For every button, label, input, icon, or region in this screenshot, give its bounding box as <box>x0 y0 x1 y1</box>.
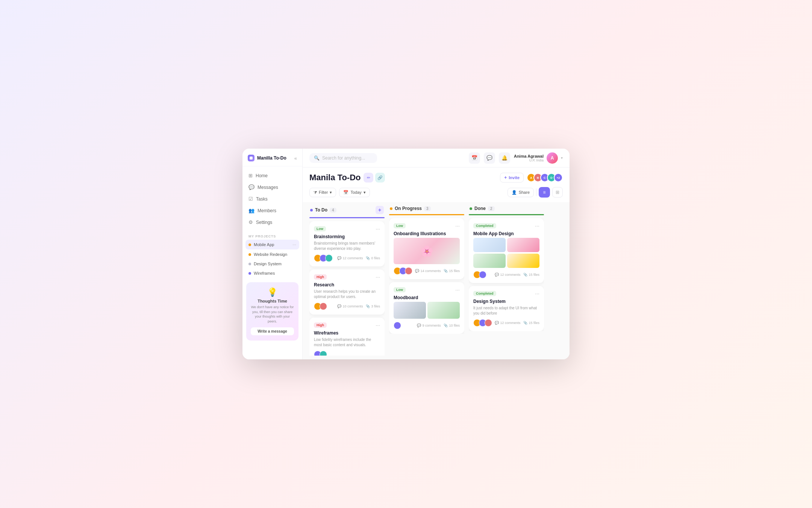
card-title: Design System <box>473 299 539 304</box>
project-item-mobile-app[interactable]: Mobile App ··· <box>245 240 299 249</box>
board-area: Manila To-Do ✏ 🔗 + Invite A <box>303 167 570 359</box>
sidebar-collapse-btn[interactable]: « <box>294 155 297 161</box>
sidebar-item-home[interactable]: ⊞ Home <box>245 170 299 181</box>
sidebar-logo: Manilla To-Do <box>248 155 286 161</box>
col-progress-todo <box>309 217 385 218</box>
card-desc: Brainstorming brings team members' diver… <box>314 241 380 251</box>
project-item-website[interactable]: Website Redesign <box>245 250 299 259</box>
mood-image-2 <box>427 302 460 319</box>
chat-icon-btn[interactable]: 💬 <box>484 152 495 164</box>
user-name: Anima Agrawal <box>514 154 544 158</box>
thoughts-card: 💡 Thoughts Time We don't have any notice… <box>246 282 298 341</box>
card-avatar <box>405 267 412 275</box>
list-view-button[interactable]: ≡ <box>539 187 550 198</box>
card-avatars <box>394 267 412 275</box>
files-count: 3 files <box>371 304 380 308</box>
invite-button[interactable]: + Invite <box>500 173 524 183</box>
sidebar-item-messages[interactable]: 💬 Messages <box>245 182 299 193</box>
card-menu-icon[interactable]: ··· <box>376 226 380 232</box>
card-menu-icon[interactable]: ··· <box>455 287 460 293</box>
comments-count: 10 comments <box>342 304 363 308</box>
card-avatars <box>314 303 327 310</box>
sidebar-item-members[interactable]: 👥 Members <box>245 205 299 216</box>
filter-chevron-icon: ▾ <box>330 190 332 195</box>
calendar-icon-btn[interactable]: 📅 <box>469 152 480 164</box>
project-item-design-system[interactable]: Design System <box>245 259 299 268</box>
sidebar-item-label: Home <box>256 173 268 178</box>
card-avatar <box>320 303 327 310</box>
file-icon: 📎 <box>444 269 448 273</box>
priority-badge: Low <box>394 223 406 228</box>
sidebar-item-settings[interactable]: ⚙ Settings <box>245 217 299 228</box>
card-wireframes: High ··· Wireframes Low fidelity wirefra… <box>309 318 385 356</box>
toolbar-left: ⧩ Filter ▾ 📅 Today ▾ <box>309 188 370 197</box>
notifications-icon-btn[interactable]: 🔔 <box>499 152 510 164</box>
files-stat: 📎 3 files <box>366 304 380 308</box>
card-avatar <box>485 319 492 327</box>
board-title: Manila To-Do <box>309 173 361 183</box>
col-add-todo[interactable]: + <box>376 206 384 214</box>
card-menu-icon[interactable]: ··· <box>535 291 539 297</box>
col-count-todo: 4 <box>330 208 336 213</box>
column-todo: To Do 4 + Low ··· Brainst <box>309 206 385 356</box>
settings-icon: ⚙ <box>248 219 253 225</box>
col-dot-inprogress <box>390 207 392 210</box>
sidebar-item-label: Messages <box>258 185 278 190</box>
sidebar: Manilla To-Do « ⊞ Home 💬 Messages ☑ Task… <box>242 149 303 359</box>
sidebar-title: Manilla To-Do <box>257 155 286 161</box>
column-done: Done 2 Completed ··· Mobile App Desig <box>469 206 544 356</box>
today-label: Today <box>350 190 361 195</box>
share-button[interactable]: 👤 Share <box>508 188 534 197</box>
column-inprogress: On Progress 3 Low ··· Onboarding Illu <box>389 206 464 356</box>
sidebar-item-label: Tasks <box>256 196 268 202</box>
user-dropdown-icon[interactable]: ▾ <box>561 156 563 160</box>
app-window: Manilla To-Do « ⊞ Home 💬 Messages ☑ Task… <box>242 149 570 359</box>
sidebar-item-tasks[interactable]: ☑ Tasks <box>245 193 299 204</box>
today-button[interactable]: 📅 Today ▾ <box>339 188 370 197</box>
col-progress-inprogress <box>389 214 464 215</box>
comment-icon: 💬 <box>337 256 341 260</box>
tasks-icon: ☑ <box>248 196 253 202</box>
card-mobile-app-design: Completed ··· Mobile App Design <box>469 218 544 283</box>
col-title-done: Done <box>474 206 486 211</box>
sidebar-item-label: Members <box>258 208 276 213</box>
card-menu-icon[interactable]: ··· <box>376 274 380 280</box>
sidebar-header: Manilla To-Do « <box>242 149 302 166</box>
project-item-wireframes[interactable]: Wireframes <box>245 269 299 278</box>
topbar: 🔍 Search for anything... 📅 💬 🔔 Anima Agr… <box>303 149 570 167</box>
comments-count: 12 comments <box>342 256 363 260</box>
card-menu-icon[interactable]: ··· <box>455 223 460 229</box>
card-avatars <box>314 254 333 262</box>
card-research: High ··· Research User research helps yo… <box>309 269 385 315</box>
card-avatar <box>479 271 486 278</box>
files-count: 15 files <box>449 269 460 273</box>
priority-badge: Completed <box>473 223 496 228</box>
priority-badge: Completed <box>473 291 496 296</box>
files-count: 0 files <box>371 256 380 260</box>
user-avatar[interactable]: A <box>547 152 558 164</box>
edit-icon-btn[interactable]: ✏ <box>364 173 373 183</box>
grid-view-button[interactable]: ⊞ <box>552 187 563 198</box>
todo-cards: Low ··· Brainstorming Brainstorming brin… <box>309 221 385 356</box>
toolbar-right: 👤 Share ≡ ⊞ <box>508 187 563 198</box>
card-menu-icon[interactable]: ··· <box>535 223 539 229</box>
filter-button[interactable]: ⧩ Filter ▾ <box>309 188 336 197</box>
project-more-icon[interactable]: ··· <box>292 242 296 247</box>
board-title-right: + Invite A B C D +2 <box>500 173 563 183</box>
card-title: Research <box>314 282 380 287</box>
write-message-button[interactable]: Write a message <box>251 327 294 335</box>
comment-icon: 💬 <box>495 273 499 277</box>
search-box[interactable]: 🔍 Search for anything... <box>309 153 377 163</box>
inprogress-cards: Low ··· Onboarding Illustrations 🌸 <box>389 218 464 334</box>
card-stats: 💬 9 comments 📎 10 files <box>417 324 460 327</box>
card-avatar <box>325 254 333 262</box>
done-image-1 <box>473 238 506 252</box>
col-dot-todo <box>310 209 313 211</box>
search-icon: 🔍 <box>314 155 320 161</box>
card-menu-icon[interactable]: ··· <box>376 322 380 328</box>
link-icon-btn[interactable]: 🔗 <box>375 173 385 183</box>
card-onboarding: Low ··· Onboarding Illustrations 🌸 <box>389 218 464 279</box>
sidebar-nav: ⊞ Home 💬 Messages ☑ Tasks 👥 Members ⚙ Se… <box>242 166 302 231</box>
search-placeholder: Search for anything... <box>322 155 365 161</box>
card-title: Moodboard <box>394 295 460 300</box>
